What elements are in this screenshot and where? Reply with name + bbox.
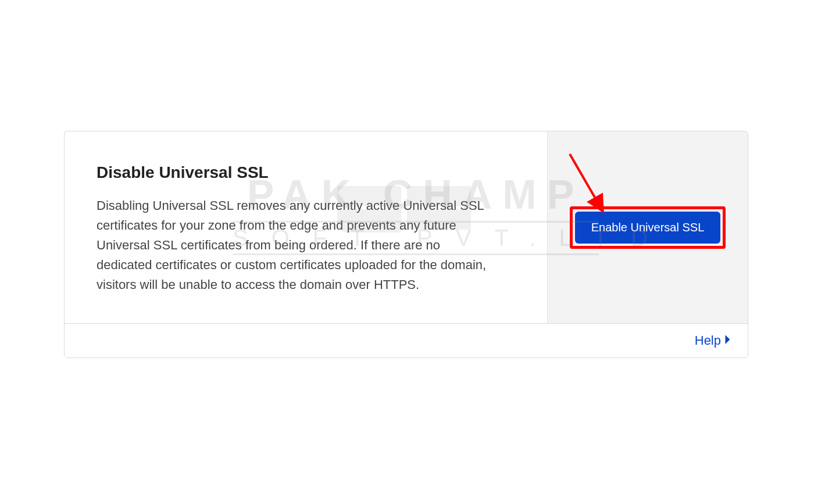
help-link[interactable]: Help — [695, 333, 731, 348]
universal-ssl-card: Disable Universal SSL Disabling Universa… — [64, 131, 748, 358]
card-action-panel: Enable Universal SSL — [547, 131, 748, 323]
card-description: Disabling Universal SSL removes any curr… — [97, 196, 492, 295]
card-content: Disable Universal SSL Disabling Universa… — [65, 131, 547, 323]
annotation-highlight-box: Enable Universal SSL — [570, 206, 726, 249]
chevron-right-icon — [724, 333, 731, 348]
card-main-row: Disable Universal SSL Disabling Universa… — [65, 131, 748, 323]
card-footer: Help — [65, 323, 748, 358]
help-link-label: Help — [695, 333, 721, 348]
enable-universal-ssl-button[interactable]: Enable Universal SSL — [575, 212, 721, 244]
card-title: Disable Universal SSL — [97, 163, 518, 182]
